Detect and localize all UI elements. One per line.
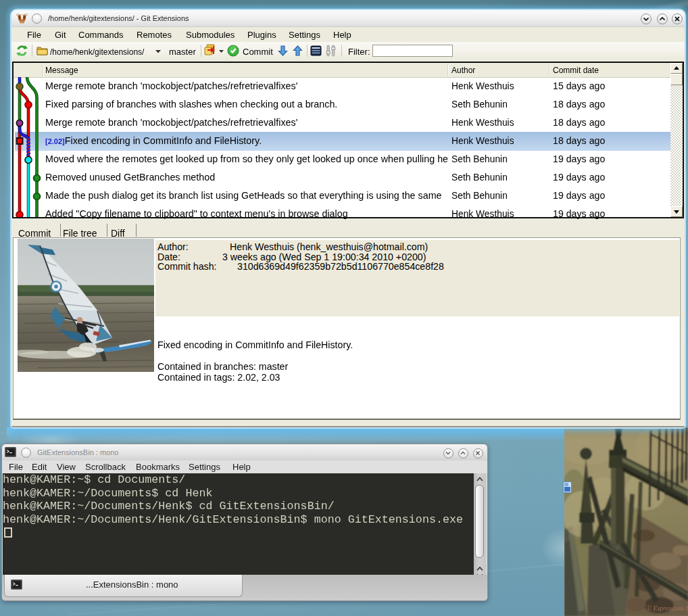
svg-text:© Expressions by: © Expressions by <box>647 605 688 612</box>
